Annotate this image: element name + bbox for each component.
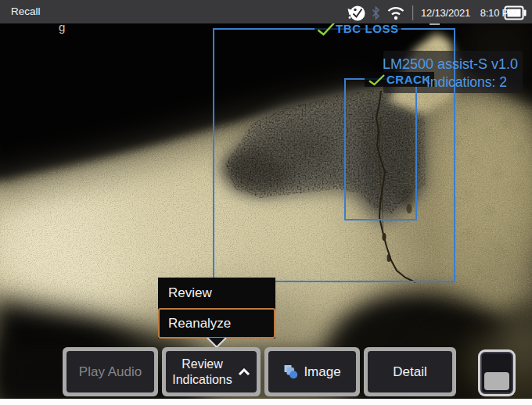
svg-text:12/13/2021 8:10 PM: 12/13/2021 8:10 PM: [421, 7, 517, 19]
